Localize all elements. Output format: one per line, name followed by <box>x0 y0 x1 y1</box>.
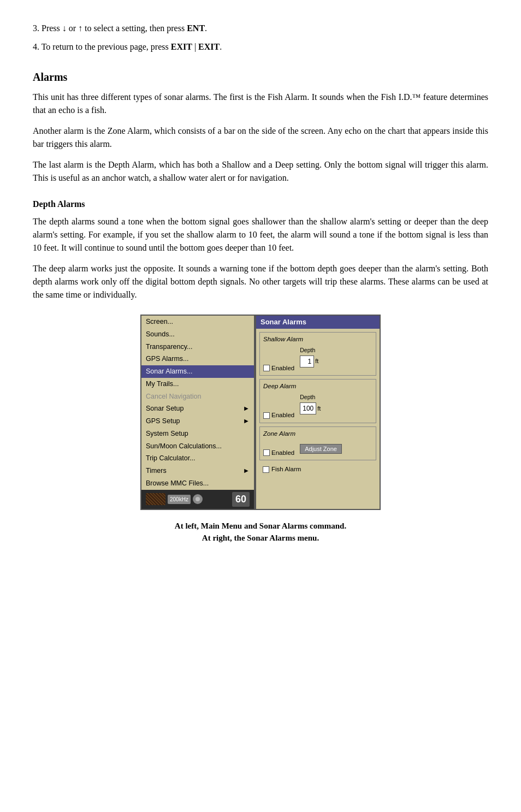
paragraph-3: The last alarm is the Depth Alarm, which… <box>33 158 488 185</box>
sonar-setup-label: Sonar Setup <box>146 404 184 414</box>
caption-line-1: At left, Main Menu and Sonar Alarms comm… <box>33 520 488 532</box>
zone-enabled-label[interactable]: Enabled <box>263 448 294 458</box>
adjust-zone-button[interactable]: Adjust Zone <box>300 444 342 454</box>
deep-enabled-label[interactable]: Enabled <box>263 411 294 420</box>
deep-check-group: Enabled <box>263 393 294 420</box>
gps-setup-arrow: ► <box>243 416 250 426</box>
gps-setup-label: GPS Setup <box>146 416 180 426</box>
shallow-depth-value-row: 1 ft <box>300 355 318 368</box>
menu-item-browse-mmc[interactable]: Browse MMC Files... <box>141 477 254 490</box>
menu-item-my-trails[interactable]: My Trails... <box>141 378 254 390</box>
fish-alarm-section: Fish Alarm <box>259 463 376 477</box>
menu-item-gps-alarms[interactable]: GPS Alarms... <box>141 353 254 365</box>
sonar-alarms-title: Sonar Alarms <box>256 316 380 329</box>
zone-enabled-text: Enabled <box>271 448 294 458</box>
menu-item-transparency[interactable]: Transparency... <box>141 341 254 353</box>
depth-paragraph-2: The deep alarm works just the opposite. … <box>33 262 488 301</box>
depth-alarms-heading: Depth Alarms <box>33 198 488 211</box>
caption: At left, Main Menu and Sonar Alarms comm… <box>33 520 488 544</box>
shallow-depth-label: Depth <box>300 346 315 355</box>
shallow-alarm-title: Shallow Alarm <box>263 335 372 344</box>
zone-alarm-row: Enabled Adjust Zone <box>263 441 372 458</box>
shallow-enabled-label[interactable]: Enabled <box>263 364 294 373</box>
sonar-alarms-panel: Sonar Alarms Shallow Alarm Enabled Depth… <box>255 315 381 510</box>
menu-item-sonar-setup[interactable]: Sonar Setup ► <box>141 402 254 415</box>
shallow-depth-input[interactable]: 1 <box>300 355 314 368</box>
step-4: 4. To return to the previous page, press… <box>33 40 488 54</box>
step-3: 3. Press ↓ or ↑ to select a setting, the… <box>33 22 488 35</box>
menu-item-gps-setup[interactable]: GPS Setup ► <box>141 415 254 428</box>
deep-depth-input[interactable]: 100 <box>300 402 316 414</box>
timers-arrow: ► <box>243 466 250 476</box>
menu-item-sounds[interactable]: Sounds... <box>141 328 254 341</box>
paragraph-2: Another alarm is the Zone Alarm, which c… <box>33 125 488 151</box>
menu-bottom-bar: 200kHz 60 <box>141 490 254 509</box>
deep-enabled-text: Enabled <box>271 411 294 420</box>
sonar-setup-arrow: ► <box>243 404 250 414</box>
zone-alarm-section: Zone Alarm Enabled Adjust Zone <box>259 426 376 461</box>
shallow-depth-group: Depth 1 ft <box>300 346 318 368</box>
menu-item-system-setup[interactable]: System Setup <box>141 428 254 440</box>
deep-alarm-section: Deep Alarm Enabled Depth 100 ft <box>259 379 376 423</box>
zone-alarm-title: Zone Alarm <box>263 429 372 438</box>
menu-item-trip-calc[interactable]: Trip Calculator... <box>141 452 254 465</box>
deep-depth-unit: ft <box>317 404 321 413</box>
caption-line-2: At right, the Sonar Alarms menu. <box>33 532 488 544</box>
deep-depth-label: Depth <box>300 393 315 402</box>
shallow-enabled-text: Enabled <box>271 364 294 373</box>
shallow-checkbox[interactable] <box>263 365 270 371</box>
paragraph-1: This unit has three different types of s… <box>33 91 488 117</box>
alarms-heading: Alarms <box>33 69 488 85</box>
menu-item-sun-moon[interactable]: Sun/Moon Calculations... <box>141 440 254 453</box>
zone-checkbox[interactable] <box>263 449 270 456</box>
depth-number: 60 <box>232 492 250 507</box>
menu-item-timers[interactable]: Timers ► <box>141 465 254 477</box>
timers-label: Timers <box>146 466 167 476</box>
depth-paragraph-1: The depth alarms sound a tone when the b… <box>33 215 488 254</box>
main-menu-panel: Screen... Sounds... Transparency... GPS … <box>140 315 255 510</box>
deep-depth-group: Depth 100 ft <box>300 393 321 414</box>
shallow-depth-unit: ft <box>315 357 318 366</box>
fish-alarm-checkbox[interactable] <box>263 466 269 473</box>
menu-item-sonar-alarms[interactable]: Sonar Alarms... <box>141 365 254 378</box>
shallow-alarm-section: Shallow Alarm Enabled Depth 1 ft <box>259 332 376 376</box>
shallow-check-group: Enabled <box>263 346 294 373</box>
frequency-badge: 200kHz <box>168 495 191 504</box>
deep-checkbox[interactable] <box>263 412 270 419</box>
deep-depth-value-row: 100 ft <box>300 402 321 414</box>
deep-alarm-row: Enabled Depth 100 ft <box>263 393 372 420</box>
fish-alarm-text: Fish Alarm <box>271 465 301 474</box>
deep-alarm-title: Deep Alarm <box>263 382 372 391</box>
shallow-alarm-row: Enabled Depth 1 ft <box>263 346 372 373</box>
diagram-area: Screen... Sounds... Transparency... GPS … <box>33 315 488 510</box>
menu-item-cancel-navigation: Cancel Navigation <box>141 390 254 403</box>
menu-item-screen[interactable]: Screen... <box>141 316 254 328</box>
fish-alarm-label[interactable]: Fish Alarm <box>263 465 373 474</box>
